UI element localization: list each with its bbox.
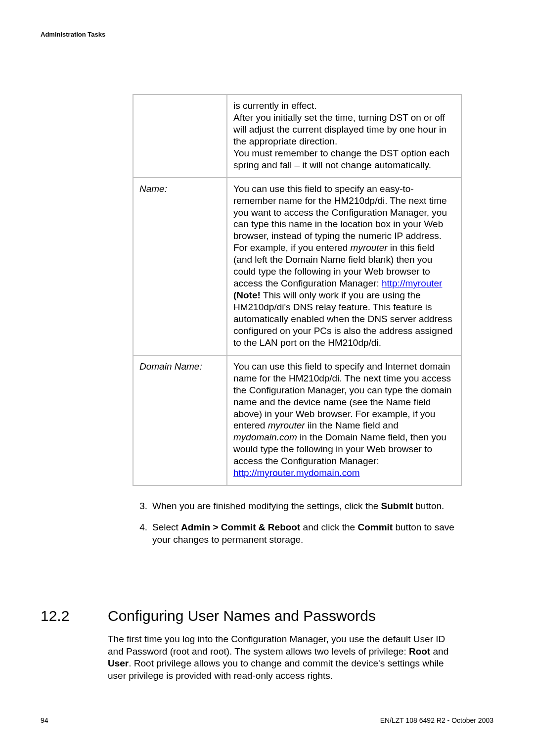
note-prefix: (Note! — [233, 290, 261, 300]
text: and — [430, 646, 448, 657]
table-row: is currently in effect. After you initia… — [133, 94, 461, 178]
step-body: Select Admin > Commit & Reboot and click… — [152, 521, 462, 546]
section-12-2: 12.2 Configuring User Names and Password… — [41, 608, 462, 682]
settings-table: is currently in effect. After you initia… — [133, 94, 462, 486]
bold: Commit — [357, 522, 393, 532]
text: After you initially set the time, turnin… — [233, 112, 446, 146]
bold: User — [108, 658, 129, 668]
text: and click the — [300, 522, 357, 532]
text-italic: myrouter — [268, 420, 305, 430]
bold: Admin > Commit & Reboot — [181, 522, 300, 532]
bold: Submit — [381, 501, 413, 511]
text: . Root privilege allows you to change an… — [108, 658, 444, 681]
row-desc: is currently in effect. After you initia… — [227, 94, 461, 178]
row-desc: You can use this field to specify an eas… — [227, 178, 461, 355]
link-mydomain[interactable]: http://myrouter.mydomain.com — [233, 468, 360, 478]
main-content: is currently in effect. After you initia… — [133, 94, 462, 555]
table-row: Domain Name: You can use this field to s… — [133, 355, 461, 485]
section-title: Configuring User Names and Passwords — [108, 608, 462, 624]
row-desc: You can use this field to specify and In… — [227, 355, 461, 485]
step-number: 3. — [133, 500, 152, 512]
section-number: 12.2 — [41, 608, 108, 624]
table-row: Name: You can use this field to specify … — [133, 178, 461, 355]
row-label: Domain Name: — [133, 355, 227, 485]
step-body: When you are finished modifying the sett… — [152, 500, 462, 512]
row-label — [133, 94, 227, 178]
page-footer: 94 EN/LZT 108 6492 R2 - October 2003 — [41, 716, 493, 724]
list-item: 3. When you are finished modifying the s… — [133, 500, 462, 512]
bold: Root — [409, 646, 430, 657]
section-heading: 12.2 Configuring User Names and Password… — [41, 608, 462, 624]
text: Select — [152, 522, 181, 532]
section-paragraph: The first time you log into the Configur… — [108, 633, 462, 682]
text: button. — [413, 501, 444, 511]
row-label: Name: — [133, 178, 227, 355]
step-list: 3. When you are finished modifying the s… — [133, 500, 462, 546]
text: The first time you log into the Configur… — [108, 634, 445, 657]
doc-id: EN/LZT 108 6492 R2 - October 2003 — [380, 716, 493, 724]
text: iin the Name field and — [305, 420, 399, 430]
text: is currently in effect. — [233, 100, 317, 111]
step-number: 4. — [133, 521, 152, 546]
text: You must remember to change the DST opti… — [233, 148, 449, 170]
text: When you are finished modifying the sett… — [152, 501, 381, 511]
list-item: 4. Select Admin > Commit & Reboot and cl… — [133, 521, 462, 546]
text: This will only work if you are using the… — [233, 290, 453, 348]
running-header: Administration Tasks — [41, 31, 105, 38]
page: Administration Tasks is currently in eff… — [0, 0, 534, 756]
page-number: 94 — [41, 716, 48, 724]
text-italic: myrouter — [351, 242, 388, 253]
link-myrouter[interactable]: http://myrouter — [382, 278, 443, 288]
text-italic: mydomain.com — [233, 432, 297, 442]
